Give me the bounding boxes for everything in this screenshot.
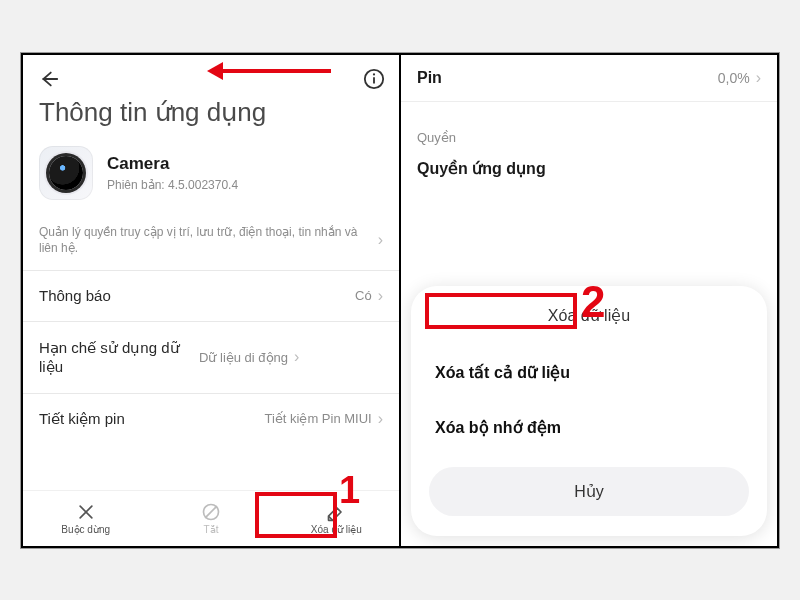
permissions-summary-row[interactable]: Quản lý quyền truy cập vị trí, lưu trữ, … [23, 214, 399, 271]
app-header: Camera Phiên bản: 4.5.002370.4 [23, 140, 399, 214]
force-stop-button[interactable]: Buộc dừng [23, 491, 148, 546]
battery-saver-label: Tiết kiệm pin [39, 410, 264, 428]
app-version: Phiên bản: 4.5.002370.4 [107, 178, 238, 192]
notifications-label: Thông báo [39, 287, 355, 304]
clear-cache-option[interactable]: Xóa bộ nhớ đệm [429, 400, 749, 455]
annotation-arrow [221, 69, 331, 73]
restrict-data-row[interactable]: Hạn chế sử dụng dữ liệu Dữ liệu di động … [23, 322, 399, 394]
app-permissions-row[interactable]: Quyền ứng dụng [401, 151, 777, 178]
chevron-right-icon: › [378, 231, 383, 249]
svg-point-3 [373, 73, 375, 75]
back-icon[interactable] [37, 68, 59, 90]
permissions-section-header: Quyền [401, 102, 777, 151]
annotation-highlight-1 [255, 492, 337, 538]
chevron-right-icon: › [378, 287, 383, 305]
page-title: Thông tin ứng dụng [23, 93, 399, 140]
cancel-button[interactable]: Hủy [429, 467, 749, 516]
chevron-right-icon: › [294, 348, 299, 366]
annotation-highlight-2 [425, 293, 577, 329]
tutorial-frame: Thông tin ứng dụng Camera Phiên bản: 4.5… [20, 52, 780, 549]
notifications-row[interactable]: Thông báo Có › [23, 271, 399, 322]
annotation-number-1: 1 [339, 469, 360, 512]
battery-saver-row[interactable]: Tiết kiệm pin Tiết kiệm Pin MIUI › [23, 394, 399, 444]
annotation-number-2: 2 [581, 277, 605, 327]
battery-label: Pin [417, 69, 718, 87]
app-info-screen: Thông tin ứng dụng Camera Phiên bản: 4.5… [21, 53, 400, 548]
chevron-right-icon: › [756, 69, 761, 87]
info-icon[interactable] [363, 68, 385, 90]
clear-data-sheet-screen: Pin 0,0% › Quyền Quyền ứng dụng Xóa dữ l… [400, 53, 779, 548]
clear-all-data-option[interactable]: Xóa tất cả dữ liệu [429, 345, 749, 400]
restrict-data-value: Dữ liệu di động [199, 350, 288, 365]
chevron-right-icon: › [378, 410, 383, 428]
svg-line-7 [205, 506, 217, 518]
battery-saver-value: Tiết kiệm Pin MIUI [264, 411, 371, 426]
notifications-value: Có [355, 288, 372, 303]
app-name: Camera [107, 154, 238, 174]
restrict-data-label: Hạn chế sử dụng dữ liệu [39, 338, 199, 377]
permissions-summary-text: Quản lý quyền truy cập vị trí, lưu trữ, … [39, 224, 372, 256]
camera-app-icon [39, 146, 93, 200]
battery-value: 0,0% [718, 70, 750, 86]
battery-usage-row[interactable]: Pin 0,0% › [401, 55, 777, 102]
